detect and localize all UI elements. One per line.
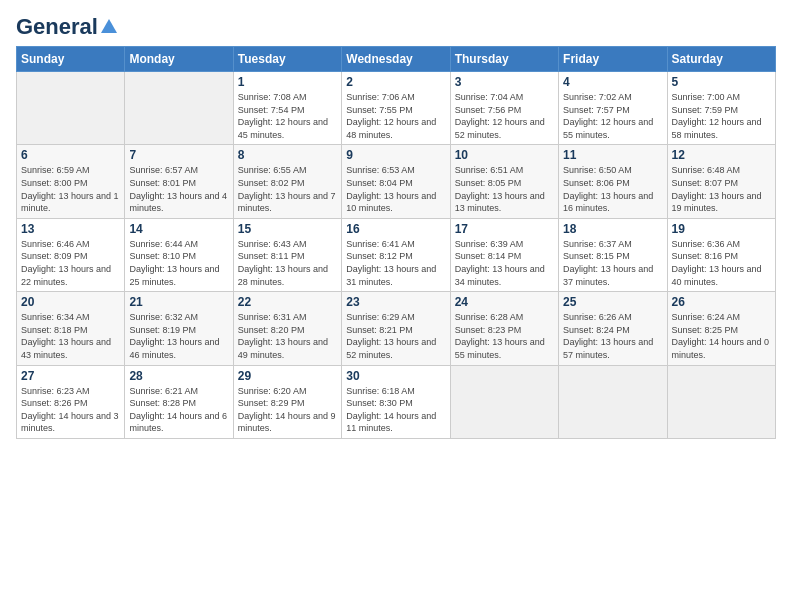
day-number: 9: [346, 148, 445, 162]
weekday-header: Sunday: [17, 47, 125, 72]
day-number: 14: [129, 222, 228, 236]
day-number: 15: [238, 222, 337, 236]
day-info: Sunrise: 7:06 AMSunset: 7:55 PMDaylight:…: [346, 91, 445, 141]
day-info: Sunrise: 6:28 AMSunset: 8:23 PMDaylight:…: [455, 311, 554, 361]
day-info: Sunrise: 6:37 AMSunset: 8:15 PMDaylight:…: [563, 238, 662, 288]
day-info: Sunrise: 6:20 AMSunset: 8:29 PMDaylight:…: [238, 385, 337, 435]
calendar-cell: 11Sunrise: 6:50 AMSunset: 8:06 PMDayligh…: [559, 145, 667, 218]
calendar-cell: [17, 72, 125, 145]
calendar-cell: [125, 72, 233, 145]
calendar-cell: 12Sunrise: 6:48 AMSunset: 8:07 PMDayligh…: [667, 145, 775, 218]
day-number: 6: [21, 148, 120, 162]
page: General SundayMondayTuesdayWednesdayThur…: [0, 0, 792, 612]
day-number: 4: [563, 75, 662, 89]
calendar-week-row: 13Sunrise: 6:46 AMSunset: 8:09 PMDayligh…: [17, 218, 776, 291]
day-number: 17: [455, 222, 554, 236]
day-number: 18: [563, 222, 662, 236]
calendar-header-row: SundayMondayTuesdayWednesdayThursdayFrid…: [17, 47, 776, 72]
weekday-header: Saturday: [667, 47, 775, 72]
calendar-cell: 7Sunrise: 6:57 AMSunset: 8:01 PMDaylight…: [125, 145, 233, 218]
calendar-cell: 15Sunrise: 6:43 AMSunset: 8:11 PMDayligh…: [233, 218, 341, 291]
logo-icon: [100, 17, 118, 35]
day-info: Sunrise: 6:39 AMSunset: 8:14 PMDaylight:…: [455, 238, 554, 288]
day-info: Sunrise: 6:46 AMSunset: 8:09 PMDaylight:…: [21, 238, 120, 288]
header: General: [16, 16, 776, 36]
calendar-cell: 23Sunrise: 6:29 AMSunset: 8:21 PMDayligh…: [342, 292, 450, 365]
calendar-cell: 10Sunrise: 6:51 AMSunset: 8:05 PMDayligh…: [450, 145, 558, 218]
calendar-week-row: 27Sunrise: 6:23 AMSunset: 8:26 PMDayligh…: [17, 365, 776, 438]
calendar-cell: 26Sunrise: 6:24 AMSunset: 8:25 PMDayligh…: [667, 292, 775, 365]
calendar-cell: 18Sunrise: 6:37 AMSunset: 8:15 PMDayligh…: [559, 218, 667, 291]
day-info: Sunrise: 7:02 AMSunset: 7:57 PMDaylight:…: [563, 91, 662, 141]
calendar-cell: 24Sunrise: 6:28 AMSunset: 8:23 PMDayligh…: [450, 292, 558, 365]
calendar-cell: 30Sunrise: 6:18 AMSunset: 8:30 PMDayligh…: [342, 365, 450, 438]
calendar-cell: 28Sunrise: 6:21 AMSunset: 8:28 PMDayligh…: [125, 365, 233, 438]
calendar-cell: [667, 365, 775, 438]
day-number: 5: [672, 75, 771, 89]
day-number: 11: [563, 148, 662, 162]
calendar-cell: 3Sunrise: 7:04 AMSunset: 7:56 PMDaylight…: [450, 72, 558, 145]
calendar-cell: 29Sunrise: 6:20 AMSunset: 8:29 PMDayligh…: [233, 365, 341, 438]
day-info: Sunrise: 6:48 AMSunset: 8:07 PMDaylight:…: [672, 164, 771, 214]
day-number: 30: [346, 369, 445, 383]
day-info: Sunrise: 6:53 AMSunset: 8:04 PMDaylight:…: [346, 164, 445, 214]
day-info: Sunrise: 6:57 AMSunset: 8:01 PMDaylight:…: [129, 164, 228, 214]
logo: General: [16, 16, 118, 36]
calendar-week-row: 6Sunrise: 6:59 AMSunset: 8:00 PMDaylight…: [17, 145, 776, 218]
day-info: Sunrise: 6:34 AMSunset: 8:18 PMDaylight:…: [21, 311, 120, 361]
day-info: Sunrise: 6:50 AMSunset: 8:06 PMDaylight:…: [563, 164, 662, 214]
day-number: 29: [238, 369, 337, 383]
calendar-cell: [450, 365, 558, 438]
day-info: Sunrise: 6:44 AMSunset: 8:10 PMDaylight:…: [129, 238, 228, 288]
day-info: Sunrise: 6:21 AMSunset: 8:28 PMDaylight:…: [129, 385, 228, 435]
day-number: 22: [238, 295, 337, 309]
calendar-cell: 4Sunrise: 7:02 AMSunset: 7:57 PMDaylight…: [559, 72, 667, 145]
day-info: Sunrise: 7:00 AMSunset: 7:59 PMDaylight:…: [672, 91, 771, 141]
day-number: 3: [455, 75, 554, 89]
calendar-cell: 25Sunrise: 6:26 AMSunset: 8:24 PMDayligh…: [559, 292, 667, 365]
day-number: 2: [346, 75, 445, 89]
calendar-cell: 17Sunrise: 6:39 AMSunset: 8:14 PMDayligh…: [450, 218, 558, 291]
day-number: 28: [129, 369, 228, 383]
day-info: Sunrise: 6:29 AMSunset: 8:21 PMDaylight:…: [346, 311, 445, 361]
day-number: 23: [346, 295, 445, 309]
day-number: 8: [238, 148, 337, 162]
day-number: 13: [21, 222, 120, 236]
calendar-cell: 14Sunrise: 6:44 AMSunset: 8:10 PMDayligh…: [125, 218, 233, 291]
logo-text-general: General: [16, 16, 98, 38]
calendar-cell: 21Sunrise: 6:32 AMSunset: 8:19 PMDayligh…: [125, 292, 233, 365]
day-info: Sunrise: 6:31 AMSunset: 8:20 PMDaylight:…: [238, 311, 337, 361]
calendar-cell: 1Sunrise: 7:08 AMSunset: 7:54 PMDaylight…: [233, 72, 341, 145]
day-number: 21: [129, 295, 228, 309]
day-info: Sunrise: 6:59 AMSunset: 8:00 PMDaylight:…: [21, 164, 120, 214]
calendar-table: SundayMondayTuesdayWednesdayThursdayFrid…: [16, 46, 776, 439]
calendar-cell: 19Sunrise: 6:36 AMSunset: 8:16 PMDayligh…: [667, 218, 775, 291]
day-info: Sunrise: 6:51 AMSunset: 8:05 PMDaylight:…: [455, 164, 554, 214]
day-number: 7: [129, 148, 228, 162]
day-info: Sunrise: 6:32 AMSunset: 8:19 PMDaylight:…: [129, 311, 228, 361]
svg-marker-0: [101, 19, 117, 33]
calendar-cell: 6Sunrise: 6:59 AMSunset: 8:00 PMDaylight…: [17, 145, 125, 218]
calendar-cell: 8Sunrise: 6:55 AMSunset: 8:02 PMDaylight…: [233, 145, 341, 218]
day-number: 16: [346, 222, 445, 236]
day-number: 27: [21, 369, 120, 383]
calendar-cell: 16Sunrise: 6:41 AMSunset: 8:12 PMDayligh…: [342, 218, 450, 291]
day-number: 12: [672, 148, 771, 162]
calendar-week-row: 20Sunrise: 6:34 AMSunset: 8:18 PMDayligh…: [17, 292, 776, 365]
day-info: Sunrise: 7:04 AMSunset: 7:56 PMDaylight:…: [455, 91, 554, 141]
calendar-cell: 5Sunrise: 7:00 AMSunset: 7:59 PMDaylight…: [667, 72, 775, 145]
calendar-cell: 9Sunrise: 6:53 AMSunset: 8:04 PMDaylight…: [342, 145, 450, 218]
day-number: 24: [455, 295, 554, 309]
day-info: Sunrise: 7:08 AMSunset: 7:54 PMDaylight:…: [238, 91, 337, 141]
day-info: Sunrise: 6:55 AMSunset: 8:02 PMDaylight:…: [238, 164, 337, 214]
day-number: 25: [563, 295, 662, 309]
calendar-cell: 13Sunrise: 6:46 AMSunset: 8:09 PMDayligh…: [17, 218, 125, 291]
day-number: 19: [672, 222, 771, 236]
calendar-cell: 27Sunrise: 6:23 AMSunset: 8:26 PMDayligh…: [17, 365, 125, 438]
day-number: 1: [238, 75, 337, 89]
calendar-cell: 22Sunrise: 6:31 AMSunset: 8:20 PMDayligh…: [233, 292, 341, 365]
day-info: Sunrise: 6:41 AMSunset: 8:12 PMDaylight:…: [346, 238, 445, 288]
weekday-header: Friday: [559, 47, 667, 72]
weekday-header: Tuesday: [233, 47, 341, 72]
day-number: 26: [672, 295, 771, 309]
